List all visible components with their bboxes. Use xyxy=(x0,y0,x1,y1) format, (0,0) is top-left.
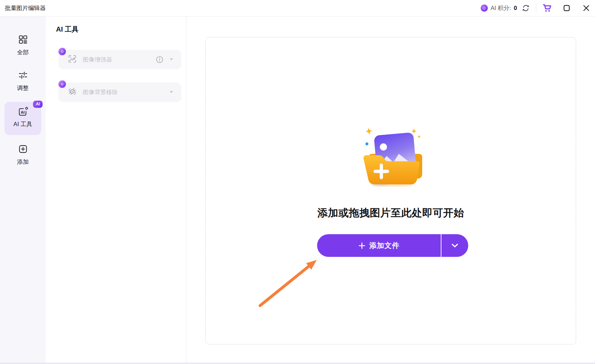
ai-credits-value: 0 xyxy=(514,5,517,12)
grid-icon xyxy=(18,34,28,46)
add-files-button[interactable]: 添加文件 xyxy=(317,234,441,257)
maximize-icon xyxy=(563,4,571,12)
image-enhance-icon xyxy=(68,54,77,65)
close-button[interactable] xyxy=(582,4,590,12)
plus-icon xyxy=(358,242,366,249)
sidebar-item-adjust[interactable]: 调整 xyxy=(0,70,46,92)
tool-card-background-remover[interactable]: 图像背景移除 xyxy=(58,82,181,102)
svg-text:AI: AI xyxy=(21,110,24,114)
chevron-down-icon xyxy=(451,243,458,248)
sparkle-icon xyxy=(411,128,417,134)
window-title: 批量图片编辑器 xyxy=(5,0,46,16)
cart-button[interactable] xyxy=(542,3,552,13)
blue-dot xyxy=(366,143,369,146)
refresh-credits-button[interactable] xyxy=(522,4,530,12)
titlebar-actions: AI 积分: 0 xyxy=(481,0,590,16)
sidebar-item-add[interactable]: 添加 xyxy=(0,144,46,166)
tool-card-image-enhancer[interactable]: 图像增强器 xyxy=(58,50,181,69)
diamond-badge-icon xyxy=(58,80,66,88)
chevron-down-icon xyxy=(170,91,173,93)
add-files-dropdown-toggle[interactable] xyxy=(441,234,468,257)
titlebar-divider xyxy=(536,4,536,13)
ai-credits-label: AI 积分: xyxy=(491,4,511,12)
ai-tools-panel: AI 工具 图像增强器 xyxy=(46,16,187,363)
sparkle-icon xyxy=(365,127,373,136)
add-files-label: 添加文件 xyxy=(369,241,400,250)
dropzone-headline: 添加或拖拽图片至此处即可开始 xyxy=(187,206,595,220)
tool-label: 图像背景移除 xyxy=(83,88,118,96)
diamond-badge-icon xyxy=(58,48,66,55)
chevron-down-icon xyxy=(170,58,173,60)
refresh-icon xyxy=(522,4,530,12)
window-bottom-edge xyxy=(0,363,595,364)
add-files-button-group: 添加文件 xyxy=(317,234,468,257)
background-remove-icon xyxy=(68,87,77,98)
ai-badge: AI xyxy=(33,101,43,108)
sidebar-item-label: AI 工具 xyxy=(13,120,32,128)
info-icon[interactable] xyxy=(156,56,164,65)
sidebar: 全部 调整 AI AI AI 工具 xyxy=(0,16,46,363)
sidebar-item-label: 全部 xyxy=(17,48,29,56)
maximize-button[interactable] xyxy=(563,4,571,12)
sidebar-item-label: 调整 xyxy=(17,84,29,92)
close-icon xyxy=(582,4,590,12)
ai-brackets-icon: AI xyxy=(18,107,29,118)
folder-upload-illustration xyxy=(358,120,424,187)
sliders-icon xyxy=(18,70,28,82)
tool-label: 图像增强器 xyxy=(83,56,112,64)
titlebar: 批量图片编辑器 AI 积分: 0 xyxy=(0,0,595,16)
sparkle-icon xyxy=(417,135,421,139)
sidebar-item-ai-tools[interactable]: AI AI AI 工具 xyxy=(4,102,41,135)
sidebar-item-label: 添加 xyxy=(17,158,29,166)
ai-credits-diamond-icon xyxy=(481,4,488,12)
sidebar-item-all[interactable]: 全部 xyxy=(0,34,46,56)
panel-title: AI 工具 xyxy=(56,25,79,34)
plus-square-icon xyxy=(18,144,28,156)
workspace: 添加或拖拽图片至此处即可开始 添加文件 xyxy=(187,16,595,363)
cart-icon xyxy=(542,3,552,13)
image-dropzone[interactable] xyxy=(205,37,576,344)
